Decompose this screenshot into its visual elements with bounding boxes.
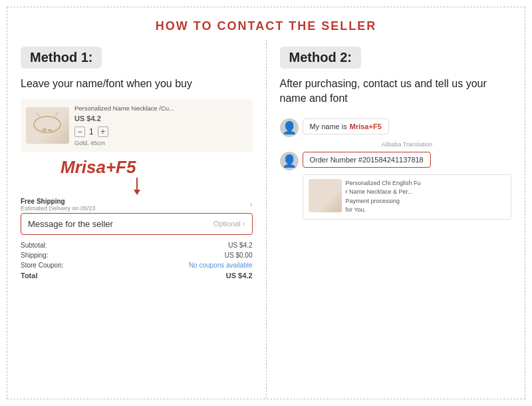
product-price: US $4.2 bbox=[74, 114, 247, 122]
method1-column: Method 1: Leave your name/font when you … bbox=[7, 40, 267, 399]
product-info: Personalized Name Necklace /Cu... US $4.… bbox=[74, 104, 247, 146]
order-bubble: Order Number #201584241137818 bbox=[303, 152, 431, 168]
svg-line-1 bbox=[37, 112, 39, 116]
mini-product-image bbox=[309, 179, 342, 212]
product-image bbox=[26, 107, 69, 144]
coupon-label: Store Coupon: bbox=[21, 260, 114, 270]
method1-description: Leave your name/font when you buy bbox=[21, 77, 192, 91]
user-icon-2: 👤 bbox=[282, 155, 297, 167]
shipping-sum-label: Shipping: bbox=[21, 250, 114, 260]
mini-line2: r Name Necklace & Per... bbox=[346, 188, 421, 197]
bubble1-text: My name is bbox=[310, 122, 347, 130]
qty-increase[interactable]: + bbox=[98, 126, 108, 137]
shipping-left: Free Shipping Estimated Delivery on 05/2… bbox=[21, 198, 96, 212]
subtotal-label: Subtotal: bbox=[21, 240, 114, 250]
chat-area: 👤 My name is Mrisa+F5 Alibaba Translatio… bbox=[280, 118, 512, 220]
shipping-title: Free Shipping bbox=[21, 198, 96, 205]
avatar-2: 👤 bbox=[280, 152, 299, 170]
method2-column: Method 2: After purchasing, contact us a… bbox=[267, 40, 525, 399]
chat-row-2: 👤 Order Number #201584241137818 bbox=[280, 152, 512, 170]
shipping-subtitle: Estimated Delivery on 05/23 bbox=[21, 205, 96, 212]
user-icon-1: 👤 bbox=[282, 122, 297, 134]
svg-point-0 bbox=[34, 116, 61, 132]
alibaba-translation: Alibaba Translation bbox=[303, 141, 512, 148]
summary-table: Subtotal: US $4.2 Shipping: US $0.00 Sto… bbox=[21, 240, 253, 281]
chat-bubble-1: My name is Mrisa+F5 bbox=[303, 118, 389, 134]
summary-coupon-row: Store Coupon: No coupons available bbox=[21, 260, 253, 270]
total-value: US $4.2 bbox=[114, 270, 252, 281]
shipping-row: Free Shipping Estimated Delivery on 05/2… bbox=[21, 198, 253, 212]
message-label: Message for the seller bbox=[28, 219, 113, 229]
svg-rect-4 bbox=[48, 129, 52, 131]
mini-line4: for You. bbox=[346, 206, 421, 215]
svg-line-2 bbox=[55, 112, 58, 116]
mini-line1: Personalized Chi English Fu bbox=[346, 179, 421, 188]
product-name: Personalized Name Necklace /Cu... bbox=[74, 104, 247, 112]
svg-rect-3 bbox=[43, 128, 47, 131]
method2-badge: Method 2: bbox=[280, 47, 361, 69]
mrisa-label: Mrisa+F5 bbox=[61, 157, 136, 178]
method2-description: After purchasing, contact us and tell us… bbox=[280, 77, 512, 106]
arrow-line bbox=[136, 178, 138, 190]
message-optional: Optional › bbox=[213, 220, 245, 228]
mini-line3: Payment processing bbox=[346, 197, 421, 206]
qty-value: 1 bbox=[89, 127, 94, 136]
qty-row: − 1 + bbox=[74, 126, 247, 137]
shipping-sum-value: US $0.00 bbox=[114, 250, 252, 260]
subtotal-value: US $4.2 bbox=[114, 240, 252, 250]
color-size: Gold, 45cm bbox=[74, 140, 247, 146]
page-title: HOW TO CONTACT THE SELLER bbox=[156, 19, 376, 33]
necklace-icon bbox=[30, 110, 65, 139]
chat-row-1: 👤 My name is Mrisa+F5 bbox=[280, 118, 512, 137]
coupon-value[interactable]: No coupons available bbox=[189, 262, 253, 269]
bubble1-highlight: Mrisa+F5 bbox=[350, 122, 382, 130]
arrow-down bbox=[134, 178, 140, 195]
mini-product-text: Personalized Chi English Fu r Name Neckl… bbox=[346, 179, 421, 215]
main-container: HOW TO CONTACT THE SELLER Method 1: Leav… bbox=[7, 7, 525, 399]
optional-text: Optional bbox=[213, 220, 241, 228]
methods-row: Method 1: Leave your name/font when you … bbox=[7, 40, 525, 399]
mini-product-card: Personalized Chi English Fu r Name Neckl… bbox=[303, 174, 512, 220]
product-card: Personalized Name Necklace /Cu... US $4.… bbox=[21, 99, 253, 151]
message-chevron: › bbox=[243, 220, 245, 228]
avatar-1: 👤 bbox=[280, 118, 299, 137]
message-box[interactable]: Message for the seller Optional › bbox=[21, 213, 253, 235]
summary-total-row: Total US $4.2 bbox=[21, 270, 253, 281]
total-label: Total bbox=[21, 270, 114, 281]
summary-subtotal-row: Subtotal: US $4.2 bbox=[21, 240, 253, 250]
arrow-head bbox=[134, 190, 140, 195]
shipping-chevron[interactable]: › bbox=[250, 200, 253, 209]
summary-shipping-row: Shipping: US $0.00 bbox=[21, 250, 253, 260]
product-image-inner bbox=[26, 107, 69, 144]
qty-decrease[interactable]: − bbox=[74, 126, 85, 137]
method1-badge: Method 1: bbox=[21, 47, 102, 69]
